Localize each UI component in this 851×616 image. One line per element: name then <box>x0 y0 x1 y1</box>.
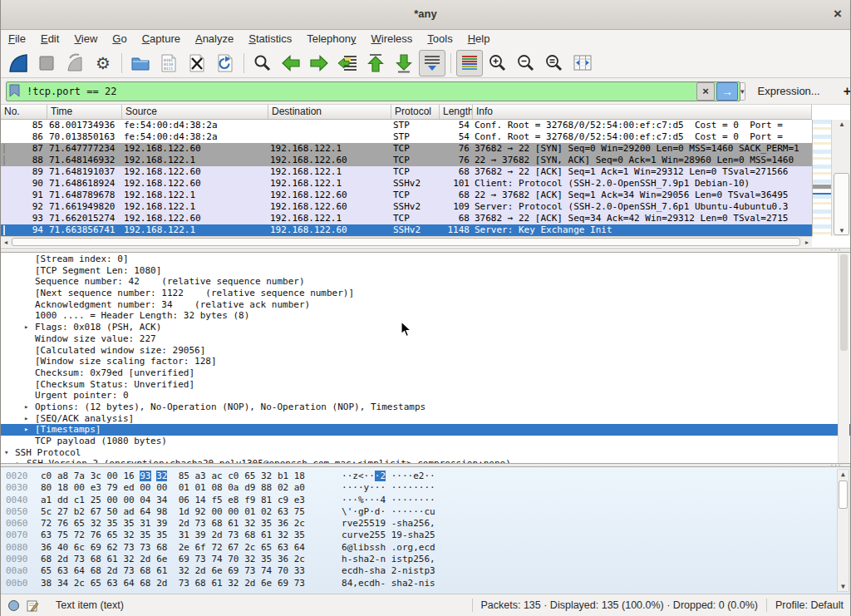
detail-line[interactable]: [Calculated window size: 29056] <box>1 345 850 357</box>
go-back-button[interactable] <box>278 50 304 76</box>
column-header-time[interactable]: Time <box>47 105 122 119</box>
hex-row-0030[interactable]: 003080 18 00 e3 79 ed 00 00 01 01 08 0a … <box>1 482 850 494</box>
details-scroll-thumb[interactable] <box>840 254 848 351</box>
go-to-packet-button[interactable] <box>334 50 361 76</box>
detail-line[interactable]: [Next sequence number: 1122 (relative se… <box>1 288 850 299</box>
go-first-button[interactable] <box>362 50 389 76</box>
menu-telephony[interactable]: Telephony <box>299 30 363 48</box>
packet-vscrollbar[interactable]: ▲ ▼ <box>831 120 851 236</box>
menu-help[interactable]: Help <box>460 30 498 48</box>
hex-row-00b0[interactable]: 00b038 34 2c 65 63 64 68 2d 73 68 61 32 … <box>1 578 850 589</box>
clear-filter-button[interactable]: × <box>696 82 715 101</box>
packet-row-93[interactable]: 9371.662015274192.168.122.60192.168.122.… <box>1 213 812 224</box>
colorize-packets-button[interactable] <box>456 50 483 76</box>
detail-line[interactable]: ▸[SEQ/ACK analysis] <box>1 413 850 425</box>
detail-line[interactable]: ▾SSH Protocol <box>1 447 850 459</box>
column-header-length[interactable]: Length <box>440 105 473 119</box>
scroll-left-icon[interactable]: ◂ <box>1 237 11 247</box>
hex-row-0080[interactable]: 008036 40 6c 69 62 73 73 68 2e 6f 72 67 … <box>1 542 850 554</box>
bookmark-icon[interactable] <box>8 84 22 98</box>
menu-view[interactable]: View <box>66 30 105 48</box>
packet-minimap[interactable] <box>812 120 831 236</box>
hex-scroll-thumb[interactable] <box>839 480 848 509</box>
packet-row-86[interactable]: 8670.013850163fe:54:00:d4:38:2aSTP54Conf… <box>1 131 812 143</box>
expression-button[interactable]: Expression... <box>758 85 820 97</box>
zoom-out-button[interactable] <box>513 50 539 76</box>
tree-collapsed-icon[interactable]: ▸ <box>24 424 35 436</box>
packet-row-90[interactable]: 9071.648618924192.168.122.60192.168.122.… <box>1 178 812 190</box>
scroll-up-icon[interactable]: ▲ <box>832 120 851 130</box>
detail-line[interactable]: Acknowledgment number: 34 (relative ack … <box>1 299 850 311</box>
filter-input[interactable]: !tcp.port == 22 × → <box>6 81 740 101</box>
apply-filter-button[interactable]: → <box>716 82 738 101</box>
detail-line[interactable]: [Checksum Status: Unverified] <box>1 379 850 391</box>
menu-go[interactable]: Go <box>105 30 134 48</box>
packet-row-92[interactable]: 9271.661949820192.168.122.1192.168.122.6… <box>1 201 812 213</box>
hex-row-0090[interactable]: 009068 2d 73 68 61 32 2d 6e 69 73 74 70 … <box>1 554 850 565</box>
hex-row-0020[interactable]: 0020c0 a8 7a 3c 00 16 93 32 85 a3 ac c0 … <box>1 471 850 482</box>
go-last-button[interactable] <box>391 50 417 76</box>
detail-line[interactable]: ▸Flags: 0x018 (PSH, ACK) <box>1 322 850 333</box>
menu-capture[interactable]: Capture <box>135 30 188 48</box>
menu-analyze[interactable]: Analyze <box>188 30 241 48</box>
detail-line[interactable]: Checksum: 0x79ed [unverified] <box>1 367 850 379</box>
hscroll-thumb[interactable] <box>12 238 800 246</box>
menu-tools[interactable]: Tools <box>420 30 460 48</box>
close-icon[interactable]: × <box>834 6 842 22</box>
packet-row-89[interactable]: 8971.648191037192.168.122.60192.168.122.… <box>1 166 812 178</box>
tree-collapsed-icon[interactable]: ▸ <box>24 413 35 425</box>
detail-line[interactable]: [TCP Segment Len: 1080] <box>1 265 850 277</box>
reload-file-button[interactable] <box>212 50 239 76</box>
menu-statistics[interactable]: Statistics <box>241 30 299 48</box>
zoom-in-button[interactable] <box>485 50 511 76</box>
detail-line[interactable]: 1000 .... = Header Length: 32 bytes (8) <box>1 310 850 322</box>
find-packet-button[interactable] <box>249 50 276 76</box>
status-profile[interactable]: Profile: Default <box>775 599 844 611</box>
titlebar[interactable]: *any × <box>1 0 850 30</box>
menu-wireless[interactable]: Wireless <box>364 30 421 48</box>
restart-capture-button[interactable] <box>61 50 88 76</box>
tree-expanded-icon[interactable]: ▾ <box>4 447 15 459</box>
menu-edit[interactable]: Edit <box>33 30 66 48</box>
column-header-info[interactable]: Info <box>473 105 812 119</box>
filter-history-caret[interactable]: ▾ <box>740 82 745 101</box>
menu-file[interactable]: File <box>1 30 33 48</box>
packet-row-87[interactable]: 8771.647777234192.168.122.60192.168.122.… <box>1 143 812 155</box>
scroll-up-icon[interactable]: ▲ <box>838 470 849 479</box>
detail-line[interactable]: ▸[Timestamps] <box>1 424 850 436</box>
column-header-protocol[interactable]: Protocol <box>391 105 440 119</box>
scroll-down-icon[interactable]: ▼ <box>838 582 849 591</box>
zoom-reset-button[interactable] <box>541 50 568 76</box>
save-file-button[interactable]: 010101100111 <box>155 50 182 76</box>
packet-row-85[interactable]: 8568.001734936fe:54:00:d4:38:2aSTP54Conf… <box>1 120 812 131</box>
scroll-right-icon[interactable]: ▸ <box>802 237 812 247</box>
go-forward-button[interactable] <box>306 50 332 76</box>
detail-line[interactable]: Window size value: 227 <box>1 333 850 345</box>
detail-line[interactable]: ▸Options: (12 bytes), No-Operation (NOP)… <box>1 402 850 413</box>
column-header-source[interactable]: Source <box>122 105 268 119</box>
auto-scroll-button[interactable] <box>419 50 445 76</box>
detail-line[interactable]: Sequence number: 42 (relative sequence n… <box>1 276 850 288</box>
packet-hscrollbar[interactable]: ◂ ▸ <box>1 236 812 247</box>
packet-row-91[interactable]: 9171.648789678192.168.122.1192.168.122.6… <box>1 190 812 201</box>
add-filter-button[interactable]: + <box>844 84 851 99</box>
tree-collapsed-icon[interactable]: ▸ <box>24 322 35 333</box>
close-file-button[interactable] <box>184 50 210 76</box>
capture-file-properties-icon[interactable] <box>7 599 20 612</box>
stop-capture-button[interactable] <box>33 50 60 76</box>
column-header-destination[interactable]: Destination <box>268 105 391 119</box>
packet-row-94[interactable]: 9471.663856741192.168.122.1192.168.122.6… <box>1 224 812 236</box>
hex-row-00a0[interactable]: 00a065 63 64 68 2d 73 68 61 32 2d 6e 69 … <box>1 565 850 577</box>
start-capture-button[interactable] <box>5 50 32 76</box>
capture-comment-icon[interactable] <box>27 599 39 612</box>
hex-row-0040[interactable]: 0040a1 dd c1 25 00 00 04 34 06 14 f5 e8 … <box>1 495 850 506</box>
open-file-button[interactable] <box>127 50 154 76</box>
column-header-no[interactable]: No. <box>1 105 47 119</box>
detail-line[interactable]: Urgent pointer: 0 <box>1 390 850 402</box>
scroll-down-icon[interactable]: ▼ <box>832 226 851 236</box>
hex-row-0050[interactable]: 00505c 27 b2 67 50 ad 64 98 1d 92 00 00 … <box>1 506 850 518</box>
detail-line[interactable]: [Stream index: 0] <box>1 254 850 265</box>
detail-line[interactable]: TCP payload (1080 bytes) <box>1 436 850 447</box>
tree-collapsed-icon[interactable]: ▸ <box>24 402 35 413</box>
resize-columns-button[interactable] <box>569 50 596 76</box>
